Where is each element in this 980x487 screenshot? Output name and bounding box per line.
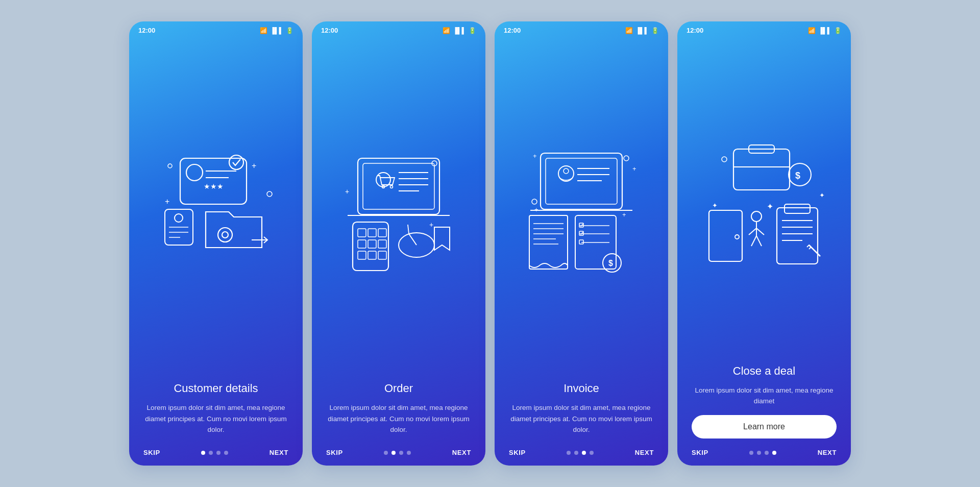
svg-line-83 <box>756 236 762 246</box>
svg-rect-86 <box>777 208 818 264</box>
dot-4-2 <box>757 451 761 455</box>
content-area-4: Close a deal Lorem ipsum dolor sit dim a… <box>677 359 851 444</box>
svg-point-79 <box>735 235 739 239</box>
status-time-2: 12:00 <box>321 27 338 34</box>
svg-text:✦: ✦ <box>712 202 718 209</box>
phone-screen-2: 12:00 📶 ▐▌▌ 🔋 <box>312 21 485 466</box>
svg-rect-35 <box>358 251 366 259</box>
svg-point-1 <box>186 164 203 181</box>
wifi-icon-2: 📶 <box>443 27 450 34</box>
screens-container: 12:00 📶 ▐▌▌ 🔋 ★★★ <box>129 21 851 466</box>
skip-button-4[interactable]: SKIP <box>692 449 708 456</box>
nav-bar-2: SKIP NEXT <box>312 444 485 466</box>
svg-text:★★★: ★★★ <box>204 182 224 190</box>
next-button-3[interactable]: NEXT <box>635 449 654 456</box>
dot-2-3 <box>399 451 403 455</box>
svg-text:+: + <box>533 152 537 160</box>
battery-icon-4: 🔋 <box>834 27 842 34</box>
phone-screen-1: 12:00 📶 ▐▌▌ 🔋 ★★★ <box>129 21 303 466</box>
svg-rect-31 <box>378 229 386 237</box>
svg-rect-18 <box>358 158 439 214</box>
svg-point-47 <box>564 168 569 174</box>
screen-title-2: Order <box>326 382 471 395</box>
customer-details-svg: ★★★ + <box>150 143 282 276</box>
dot-4-3 <box>765 451 769 455</box>
svg-line-82 <box>751 236 756 246</box>
status-icons-3: 📶 ▐▌▌ 🔋 <box>625 27 659 34</box>
svg-point-14 <box>168 164 172 168</box>
illustration-customer-details: ★★★ + <box>129 36 303 377</box>
next-button-4[interactable]: NEXT <box>818 449 837 456</box>
wifi-icon-3: 📶 <box>625 27 633 34</box>
signal-icon: ▐▌▌ <box>270 27 283 34</box>
dot-1-2 <box>209 451 213 455</box>
svg-point-70 <box>532 199 537 204</box>
signal-icon-4: ▐▌▌ <box>818 27 831 34</box>
phone-screen-4: 12:00 📶 ▐▌▌ 🔋 $ <box>677 21 851 466</box>
content-area-3: Invoice Lorem ipsum dolor sit dim amet, … <box>495 377 668 444</box>
svg-text:$: $ <box>608 259 613 267</box>
nav-bar-4: SKIP NEXT <box>677 444 851 466</box>
illustration-order: + + <box>312 36 485 377</box>
svg-text:+: + <box>429 221 433 229</box>
status-bar-3: 12:00 📶 ▐▌▌ 🔋 <box>495 21 668 36</box>
svg-rect-78 <box>709 210 742 261</box>
dot-3-4 <box>590 451 594 455</box>
svg-text:+: + <box>252 161 256 170</box>
svg-text:✦: ✦ <box>819 191 825 199</box>
dot-4-4 <box>772 451 776 455</box>
dot-1-1 <box>201 451 205 455</box>
battery-icon-3: 🔋 <box>651 27 659 34</box>
svg-rect-34 <box>378 240 386 248</box>
next-button-1[interactable]: NEXT <box>270 449 288 456</box>
skip-button-2[interactable]: SKIP <box>326 449 343 456</box>
illustration-close-deal: $ ✦ <box>677 36 851 359</box>
svg-text:+: + <box>622 211 626 218</box>
wifi-icon-4: 📶 <box>808 27 816 34</box>
dot-2-2 <box>391 451 396 455</box>
invoice-svg: $ + + + + <box>515 143 648 276</box>
svg-rect-32 <box>358 240 366 248</box>
dot-2-4 <box>407 451 411 455</box>
svg-rect-73 <box>733 149 790 190</box>
learn-more-button[interactable]: Learn more <box>692 415 837 439</box>
nav-bar-3: SKIP NEXT <box>495 444 668 466</box>
battery-icon: 🔋 <box>286 27 293 34</box>
svg-point-7 <box>175 214 183 222</box>
svg-rect-33 <box>368 240 376 248</box>
dot-3-1 <box>567 451 571 455</box>
screen-description-2: Lorem ipsum dolor sit dim amet, mea regi… <box>326 402 471 435</box>
svg-rect-87 <box>785 204 810 213</box>
order-svg: + + <box>332 143 465 276</box>
svg-point-22 <box>390 185 393 188</box>
status-bar-4: 12:00 📶 ▐▌▌ 🔋 <box>677 21 851 36</box>
screen-description-1: Lorem ipsum dolor sit dim amet, mea regi… <box>143 402 288 435</box>
skip-button-3[interactable]: SKIP <box>509 449 526 456</box>
svg-rect-45 <box>546 158 617 204</box>
content-area-1: Customer details Lorem ipsum dolor sit d… <box>129 377 303 444</box>
svg-point-96 <box>722 157 727 162</box>
dot-3-3 <box>582 451 586 455</box>
status-icons-4: 📶 ▐▌▌ 🔋 <box>808 27 842 34</box>
status-time-3: 12:00 <box>504 27 521 34</box>
skip-button-1[interactable]: SKIP <box>143 449 160 456</box>
status-icons-2: 📶 ▐▌▌ 🔋 <box>443 27 476 34</box>
svg-text:+: + <box>345 187 349 196</box>
svg-text:$: $ <box>795 171 800 181</box>
battery-icon-2: 🔋 <box>469 27 476 34</box>
status-time-1: 12:00 <box>138 27 155 34</box>
svg-rect-37 <box>378 251 386 259</box>
status-time-4: 12:00 <box>687 27 703 34</box>
svg-point-15 <box>267 191 272 197</box>
screen-description-3: Lorem ipsum dolor sit dim amet, mea regi… <box>509 402 654 435</box>
screen-title-3: Invoice <box>509 382 654 395</box>
screen-title-1: Customer details <box>143 382 288 395</box>
nav-bar-1: SKIP NEXT <box>129 444 303 466</box>
nav-dots-3 <box>567 451 594 455</box>
status-icons-1: 📶 ▐▌▌ 🔋 <box>260 27 293 34</box>
svg-point-12 <box>222 232 228 238</box>
next-button-2[interactable]: NEXT <box>452 449 471 456</box>
nav-dots-2 <box>384 451 411 455</box>
svg-point-80 <box>751 211 762 222</box>
nav-dots-1 <box>201 451 228 455</box>
